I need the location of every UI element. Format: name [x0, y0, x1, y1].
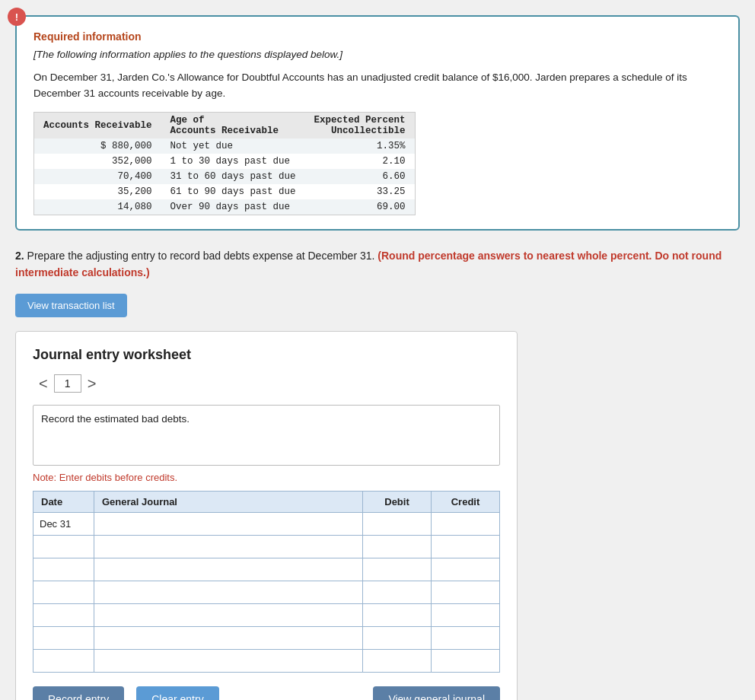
date-cell-5[interactable] — [33, 603, 94, 626]
prev-page-button[interactable]: < — [33, 374, 54, 394]
gj-cell-7[interactable] — [94, 649, 363, 672]
date-input-5[interactable] — [33, 604, 94, 626]
gj-cell-5[interactable] — [94, 603, 363, 626]
date-input-2[interactable] — [33, 536, 94, 558]
date-value-1: Dec 31 — [33, 515, 77, 533]
journal-row-3 — [33, 558, 500, 581]
date-input-3[interactable] — [33, 558, 94, 581]
gj-cell-2[interactable] — [94, 535, 363, 558]
credit-input-6[interactable] — [432, 627, 499, 649]
debit-input-1[interactable] — [363, 513, 431, 535]
credit-input-7[interactable] — [432, 650, 499, 672]
date-cell-7[interactable] — [33, 649, 94, 672]
credit-input-1[interactable] — [432, 513, 499, 535]
table-row: 14,080 Over 90 days past due 69.00 — [34, 199, 416, 215]
view-general-journal-button[interactable]: View general journal — [373, 686, 500, 700]
journal-table: Date General Journal Debit Credit Dec 31 — [33, 491, 500, 673]
col-header-pct: Expected PercentUncollectible — [305, 112, 416, 138]
date-cell-2[interactable] — [33, 535, 94, 558]
credit-input-5[interactable] — [432, 604, 499, 626]
journal-row-6 — [33, 626, 500, 649]
credit-cell-5[interactable] — [432, 603, 500, 626]
ar-amount: 35,200 — [34, 184, 161, 199]
date-input-4[interactable] — [33, 581, 94, 603]
gj-cell-6[interactable] — [94, 626, 363, 649]
debit-input-2[interactable] — [363, 536, 431, 558]
age-desc: 1 to 30 days past due — [161, 154, 305, 169]
pct-uncollect: 33.25 — [305, 184, 416, 199]
date-cell-4[interactable] — [33, 581, 94, 603]
gj-input-1[interactable] — [94, 513, 362, 535]
accounts-receivable-table: Accounts Receivable Age ofAccounts Recei… — [33, 112, 416, 215]
info-box-title: Required information — [33, 30, 722, 43]
question-text: Prepare the adjusting entry to record ba… — [27, 250, 375, 262]
table-row: 352,000 1 to 30 days past due 2.10 — [34, 154, 416, 169]
gj-input-5[interactable] — [94, 604, 362, 626]
date-input-7[interactable] — [33, 650, 94, 672]
debit-input-6[interactable] — [363, 627, 431, 649]
gj-cell-1[interactable] — [94, 512, 363, 535]
debit-cell-6[interactable] — [363, 626, 432, 649]
clear-entry-button[interactable]: Clear entry — [136, 686, 218, 700]
date-input-6[interactable] — [33, 627, 94, 649]
debit-input-4[interactable] — [363, 581, 431, 603]
gj-input-4[interactable] — [94, 581, 362, 603]
view-transaction-button[interactable]: View transaction list — [15, 294, 127, 317]
age-desc: 31 to 60 days past due — [161, 169, 305, 184]
button-row: Record entry Clear entry View general jo… — [33, 686, 500, 700]
debit-input-3[interactable] — [363, 558, 431, 581]
col-header-ar: Accounts Receivable — [34, 112, 161, 138]
gj-input-3[interactable] — [94, 558, 362, 581]
age-desc: Over 90 days past due — [161, 199, 305, 215]
credit-input-3[interactable] — [432, 558, 499, 581]
col-header-date: Date — [33, 491, 94, 512]
date-cell-3[interactable] — [33, 558, 94, 581]
debit-cell-2[interactable] — [363, 535, 432, 558]
pct-uncollect: 1.35% — [305, 138, 416, 154]
age-desc: Not yet due — [161, 138, 305, 154]
credit-cell-4[interactable] — [432, 581, 500, 603]
gj-input-7[interactable] — [94, 650, 362, 672]
table-row: 70,400 31 to 60 days past due 6.60 — [34, 169, 416, 184]
journal-row-7 — [33, 649, 500, 672]
credit-cell-7[interactable] — [432, 649, 500, 672]
gj-input-6[interactable] — [94, 627, 362, 649]
pct-uncollect: 6.60 — [305, 169, 416, 184]
record-entry-button[interactable]: Record entry — [33, 686, 124, 700]
journal-row-4 — [33, 581, 500, 603]
table-row: $ 880,000 Not yet due 1.35% — [34, 138, 416, 154]
debit-input-7[interactable] — [363, 650, 431, 672]
journal-row-1: Dec 31 — [33, 512, 500, 535]
debit-cell-4[interactable] — [363, 581, 432, 603]
description-text: Record the estimated bad debts. — [41, 413, 190, 425]
journal-entry-worksheet: Journal entry worksheet < 1 > Record the… — [15, 331, 518, 700]
info-box: ! Required information [The following in… — [15, 15, 740, 231]
debit-cell-7[interactable] — [363, 649, 432, 672]
exclamation-icon: ! — [8, 8, 26, 26]
debit-cell-1[interactable] — [363, 512, 432, 535]
journal-row-2 — [33, 535, 500, 558]
next-page-button[interactable]: > — [81, 374, 103, 394]
debit-input-5[interactable] — [363, 604, 431, 626]
page-number: 1 — [54, 374, 81, 393]
date-cell-6[interactable] — [33, 626, 94, 649]
gj-input-2[interactable] — [94, 536, 362, 558]
ar-amount: 14,080 — [34, 199, 161, 215]
credit-input-2[interactable] — [432, 536, 499, 558]
credit-cell-2[interactable] — [432, 535, 500, 558]
col-header-credit: Credit — [432, 491, 500, 512]
journal-note: Note: Enter debits before credits. — [33, 472, 500, 483]
debit-cell-3[interactable] — [363, 558, 432, 581]
credit-cell-6[interactable] — [432, 626, 500, 649]
col-header-debit: Debit — [363, 491, 432, 512]
credit-cell-3[interactable] — [432, 558, 500, 581]
credit-cell-1[interactable] — [432, 512, 500, 535]
gj-cell-3[interactable] — [94, 558, 363, 581]
journal-row-5 — [33, 603, 500, 626]
journal-title: Journal entry worksheet — [33, 347, 500, 363]
info-box-description: On December 31, Jarden Co.'s Allowance f… — [33, 70, 722, 101]
debit-cell-5[interactable] — [363, 603, 432, 626]
credit-input-4[interactable] — [432, 581, 499, 603]
question-number: 2. — [15, 250, 24, 262]
gj-cell-4[interactable] — [94, 581, 363, 603]
